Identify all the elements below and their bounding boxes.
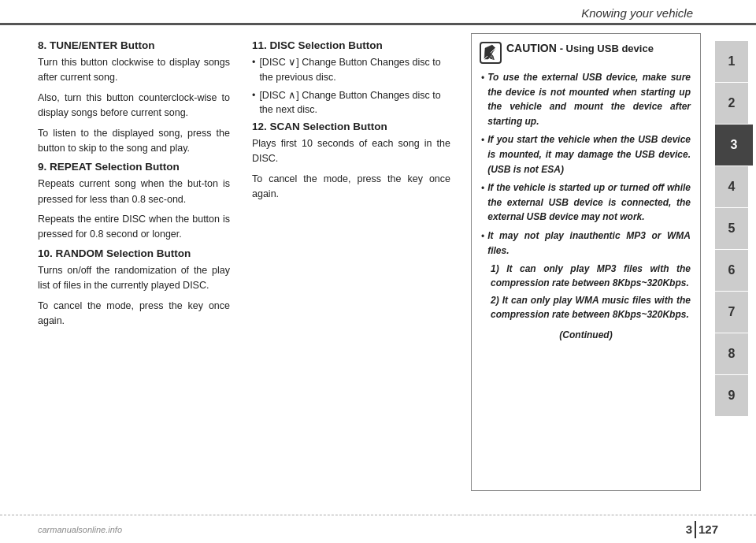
watermark: carmanualsonline.info — [38, 525, 122, 534]
tab-8[interactable]: 8 — [715, 333, 748, 374]
column-right: ✎ CAUTION - Using USB device • To use th… — [465, 25, 709, 499]
caution-bullet-3: • — [481, 181, 484, 196]
section-12-para-1: Plays first 10 seconds of each song in t… — [252, 136, 450, 167]
section-11-list: [DISC ∨] Change Button Changes disc to t… — [252, 55, 450, 117]
caution-bullet-2: • — [481, 133, 484, 148]
page-header: Knowing your vehicle — [0, 0, 756, 25]
caution-continued: (Continued) — [481, 328, 691, 343]
tab-5[interactable]: 5 — [715, 208, 748, 249]
caution-text-4: It may not play inauthentic MP3 or WMA f… — [487, 229, 691, 258]
main-content: 8. TUNE/ENTER Button Turn this button cl… — [0, 25, 756, 499]
caution-title-block: CAUTION - Using USB device — [506, 42, 691, 54]
section-12-para-2: To cancel the mode, press the key once a… — [252, 172, 450, 203]
section-8-heading: 8. TUNE/ENTER Button — [38, 39, 230, 51]
section-8-para-3: To listen to the displayed song, press t… — [38, 126, 230, 157]
tab-1[interactable]: 1 — [715, 41, 748, 82]
section-12-heading: 12. SCAN Selection Button — [252, 121, 450, 132]
section-8-para-1: Turn this button clockwise to display so… — [38, 55, 230, 86]
svg-text:✎: ✎ — [486, 50, 495, 63]
caution-title: CAUTION - Using USB device — [506, 42, 654, 54]
page-section-number: 3 — [686, 523, 692, 536]
footer-right: 3 127 — [686, 521, 718, 538]
page-number-divider — [695, 521, 696, 538]
section-11-item-2: [DISC ∧] Change Button Changes disc to t… — [252, 88, 450, 118]
caution-subitem-1: 1) It can only play MP3 files with the c… — [491, 262, 691, 290]
column-left: 8. TUNE/ENTER Button Turn this button cl… — [0, 25, 244, 499]
caution-item-2: • If you start the vehicle when the USB … — [481, 132, 691, 177]
right-sidebar: 1 2 3 4 5 6 7 8 9 — [715, 0, 756, 543]
section-9-para-1: Repeats current song when the but-ton is… — [38, 177, 230, 207]
section-12: 12. SCAN Selection Button Plays first 10… — [252, 121, 450, 203]
caution-text-1: To use the external USB device, make sur… — [487, 70, 691, 128]
section-8: 8. TUNE/ENTER Button Turn this button cl… — [38, 39, 230, 156]
section-10-para-1: Turns on/off the randomization of the pl… — [38, 263, 230, 294]
page-footer: carmanualsonline.info 3 127 — [0, 515, 756, 543]
caution-text-3: If the vehicle is started up or turned o… — [487, 180, 691, 225]
caution-header: ✎ CAUTION - Using USB device — [480, 42, 691, 64]
section-9-heading: 9. REPEAT Selection Button — [38, 161, 230, 173]
tab-2[interactable]: 2 — [715, 83, 748, 124]
caution-items: • To use the external USB device, make s… — [480, 70, 691, 343]
caution-icon: ✎ — [480, 42, 502, 64]
caution-subitem-2: 2) It can only play WMA music files with… — [491, 293, 691, 322]
section-10-heading: 10. RANDOM Selection Button — [38, 247, 230, 259]
section-9: 9. REPEAT Selection Button Repeats curre… — [38, 161, 230, 243]
section-11: 11. DISC Selection Button [DISC ∨] Chang… — [252, 39, 450, 117]
caution-bullet-1: • — [481, 71, 484, 86]
section-10-para-2: To cancel the mode, press the key once a… — [38, 299, 230, 329]
caution-box: ✎ CAUTION - Using USB device • To use th… — [471, 33, 701, 491]
section-11-heading: 11. DISC Selection Button — [252, 39, 450, 51]
header-title: Knowing your vehicle — [581, 6, 693, 20]
tab-3[interactable]: 3 — [715, 125, 753, 166]
footer-left: carmanualsonline.info — [38, 523, 686, 535]
caution-item-4: • It may not play inauthentic MP3 or WMA… — [481, 229, 691, 258]
tab-7[interactable]: 7 — [715, 292, 748, 333]
caution-text-2: If you start the vehicle when the USB de… — [487, 132, 691, 177]
caution-bullet-4: • — [481, 229, 484, 244]
section-10: 10. RANDOM Selection Button Turns on/off… — [38, 247, 230, 329]
tab-6[interactable]: 6 — [715, 250, 748, 291]
page-number: 127 — [699, 523, 718, 536]
section-8-para-2: Also, turn this button counterclock-wise… — [38, 91, 230, 121]
section-11-item-1: [DISC ∨] Change Button Changes disc to t… — [252, 55, 450, 85]
section-9-para-2: Repeats the entire DISC when the button … — [38, 212, 230, 243]
column-mid: 11. DISC Selection Button [DISC ∨] Chang… — [244, 25, 465, 499]
tab-4[interactable]: 4 — [715, 166, 748, 207]
caution-item-3: • If the vehicle is started up or turned… — [481, 180, 691, 225]
tab-9[interactable]: 9 — [715, 375, 748, 416]
caution-item-1: • To use the external USB device, make s… — [481, 70, 691, 128]
